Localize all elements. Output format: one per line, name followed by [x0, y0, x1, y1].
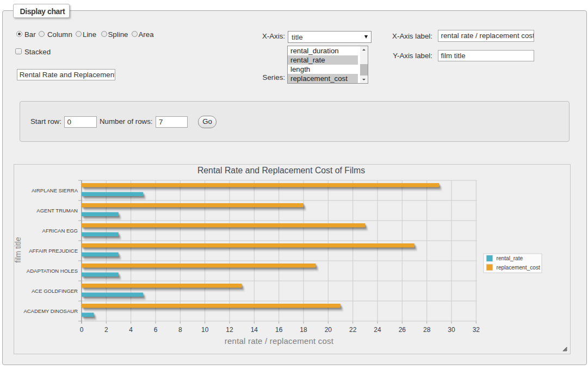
svg-text:8: 8 [178, 326, 182, 334]
svg-text:AIRPLANE SIERRA: AIRPLANE SIERRA [32, 187, 78, 193]
svg-text:0: 0 [80, 326, 84, 334]
svg-text:32: 32 [473, 326, 480, 334]
svg-text:16: 16 [275, 326, 283, 334]
svg-text:30: 30 [448, 326, 455, 334]
svg-text:AGENT TRUMAN: AGENT TRUMAN [36, 208, 78, 214]
svg-text:ACE GOLDFINGER: ACE GOLDFINGER [32, 288, 78, 294]
svg-text:rental_rate: rental_rate [497, 255, 523, 261]
svg-text:2: 2 [104, 326, 108, 334]
svg-text:ACADEMY DINOSAUR: ACADEMY DINOSAUR [23, 308, 78, 314]
svg-text:ADAPTATION HOLES: ADAPTATION HOLES [27, 268, 78, 274]
svg-text:6: 6 [154, 326, 158, 334]
svg-text:4: 4 [129, 326, 133, 334]
svg-text:film title: film title [14, 237, 22, 263]
svg-text:Rental Rate and Replacement Co: Rental Rate and Replacement Cost of Film… [197, 166, 365, 175]
svg-text:20: 20 [325, 326, 332, 334]
svg-text:AFFAIR PREJUDICE: AFFAIR PREJUDICE [29, 248, 78, 254]
svg-text:14: 14 [251, 326, 258, 334]
svg-text:12: 12 [226, 326, 233, 334]
svg-text:26: 26 [399, 326, 406, 334]
svg-text:rental rate / replacement cost: rental rate / replacement cost [225, 336, 334, 346]
svg-text:AFRICAN EGG: AFRICAN EGG [42, 228, 78, 234]
svg-text:replacement_cost: replacement_cost [497, 265, 541, 271]
svg-text:28: 28 [423, 326, 431, 334]
svg-text:18: 18 [300, 326, 307, 334]
svg-text:24: 24 [374, 326, 381, 334]
svg-text:10: 10 [201, 326, 209, 334]
svg-text:22: 22 [349, 326, 357, 334]
